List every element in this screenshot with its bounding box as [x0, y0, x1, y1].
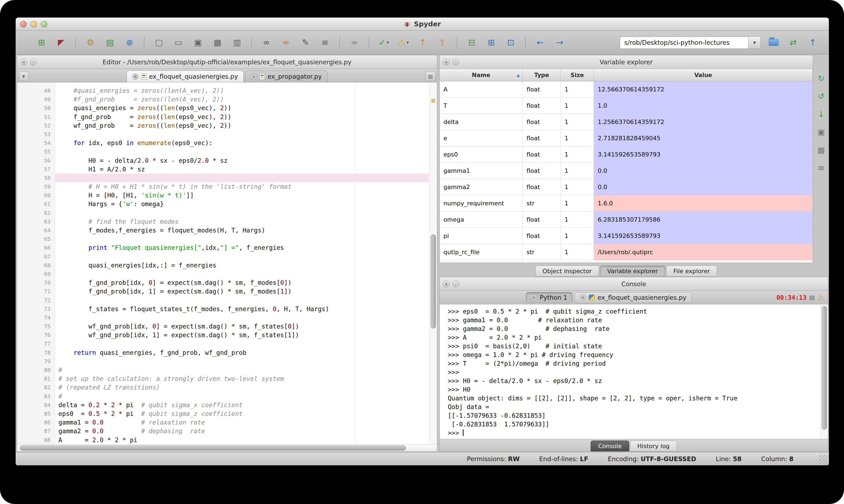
- zoom-window-button[interactable]: [41, 21, 47, 28]
- minimize-window-button[interactable]: [30, 21, 37, 28]
- variable-row-a[interactable]: Afloat112.566370614359172: [440, 82, 813, 98]
- code-line[interactable]: f_gnd_prob[idx, 1] = expect(sm.dag() * s…: [58, 287, 429, 296]
- code-line[interactable]: wf_gnd_prob[idx, 1] = expect(sm.dag() * …: [58, 331, 429, 339]
- column-header-name[interactable]: Name▲: [440, 69, 523, 81]
- browse-tabs-left-icon[interactable]: ▾: [19, 71, 29, 81]
- split-horizontal-button[interactable]: ⊟: [465, 35, 479, 50]
- variable-row-omega[interactable]: omegafloat16.283185307179586: [440, 212, 813, 228]
- variable-row-pi[interactable]: pifloat13.141592653589793: [440, 228, 813, 244]
- editor-hscroll-thumb[interactable]: [20, 445, 406, 451]
- code-line[interactable]: [58, 313, 429, 322]
- variable-row-t[interactable]: Tfloat11.0: [440, 98, 813, 114]
- code-line[interactable]: # find the floquet modes: [58, 217, 429, 226]
- code-line[interactable]: quasi_energies[idx,:] = f_energies: [58, 261, 429, 270]
- undock-pane-icon[interactable]: ◦: [452, 59, 459, 65]
- code-line[interactable]: [58, 270, 429, 278]
- code-line[interactable]: gamma2 = 0.0 # dephasing rate: [58, 427, 429, 435]
- editor-tab-ex-floquet-quasienergies-py[interactable]: ×ex_floquet_quasienergies.py: [126, 71, 244, 82]
- code-line[interactable]: f_states = floquet_states_t(f_modes, f_e…: [58, 305, 429, 313]
- save-button[interactable]: ▣: [191, 35, 205, 50]
- import-data-button[interactable]: ↓: [815, 108, 827, 120]
- quit-button[interactable]: ⊗: [123, 35, 136, 50]
- code-line[interactable]: # set up the calculation: a strongly dri…: [58, 374, 429, 383]
- variable-row-delta[interactable]: deltafloat11.2566370614359172: [440, 114, 813, 130]
- code-line[interactable]: Hargs = {'w': omega}: [58, 200, 429, 208]
- console-vertical-scrollbar[interactable]: [820, 304, 828, 439]
- warning-icon[interactable]: ⚠: [817, 293, 824, 302]
- undock-pane-icon[interactable]: ◦: [30, 59, 37, 65]
- code-line[interactable]: [58, 209, 429, 217]
- working-directory-combo[interactable]: s/rob/Desktop/sci-python-lectures▾: [620, 36, 761, 49]
- editor-vertical-scrollbar[interactable]: ≡: [429, 83, 437, 444]
- browse-tabs-icon[interactable]: ▤: [426, 71, 435, 81]
- previous-warning-button[interactable]: ↑: [416, 35, 430, 50]
- editor-vscroll-thumb[interactable]: [431, 234, 436, 328]
- column-header-size[interactable]: Size: [561, 69, 594, 81]
- code-line[interactable]: f_gnd_prob = zeros((len(eps0_vec), 2)): [58, 112, 429, 121]
- code-line[interactable]: [58, 357, 429, 366]
- tab-close-icon[interactable]: ×: [580, 294, 586, 301]
- column-header-value[interactable]: Value: [594, 69, 813, 81]
- code-line[interactable]: return quasi_energies, f_gnd_prob, wf_gn…: [58, 348, 429, 357]
- options-button[interactable]: ≡: [815, 162, 827, 174]
- code-line[interactable]: H0 = - delta/2.0 * sx - eps0/2.0 * sz: [58, 156, 429, 165]
- editor-horizontal-scrollbar[interactable]: [17, 444, 437, 451]
- code-line[interactable]: # H = H0 + H1 * sin(w * t) in the 'list-…: [58, 182, 429, 191]
- code-line[interactable]: [58, 147, 429, 156]
- close-window-button[interactable]: [20, 21, 27, 28]
- variable-row-e[interactable]: efloat12.718281828459045: [440, 130, 813, 146]
- print-button[interactable]: ▥: [230, 35, 244, 50]
- code-line[interactable]: H = [H0, [H1, 'sin(w * t)']]: [58, 191, 429, 200]
- editor-tab-ex-propagator-py[interactable]: ×ex_propagator.py: [245, 71, 327, 82]
- layout-restore-button[interactable]: ⊞: [35, 35, 48, 50]
- pythonpath-button[interactable]: ▤: [103, 35, 117, 50]
- save-all-button[interactable]: ▦: [211, 35, 224, 50]
- variable-row-gamma1[interactable]: gamma1float10.0: [440, 163, 813, 179]
- preferences-button[interactable]: ⚙: [84, 35, 97, 50]
- code-line[interactable]: delta = 0.2 * 2 * pi # qubit sigma_x coe…: [58, 401, 429, 409]
- replace-button[interactable]: ✎: [299, 35, 312, 50]
- code-line[interactable]: A = 2.0 * 2 * pi: [58, 436, 429, 444]
- parent-directory-button[interactable]: ↑: [806, 35, 820, 50]
- code-line[interactable]: #: [58, 392, 429, 401]
- save-data-as-button[interactable]: ▦: [815, 144, 827, 156]
- refresh-periodic-button[interactable]: ↺: [815, 90, 827, 102]
- warning-marker-icon[interactable]: ≡: [430, 98, 436, 104]
- close-pane-icon[interactable]: ×: [443, 281, 450, 287]
- save-data-button[interactable]: ▣: [815, 126, 827, 138]
- tab-close-icon[interactable]: ×: [132, 73, 138, 80]
- code-line[interactable]: [55, 174, 429, 182]
- code-line[interactable]: wf_gnd_prob[idx, 0] = expect(sm.dag() * …: [58, 322, 429, 331]
- console-vscroll-thumb[interactable]: [822, 306, 827, 430]
- variable-row-eps0[interactable]: eps0float13.141592653589793: [440, 146, 813, 163]
- tab-history-log[interactable]: History log: [630, 440, 677, 451]
- browse-directory-button[interactable]: [767, 35, 780, 50]
- code-line[interactable]: # (repeated LZ transitions): [58, 383, 429, 392]
- find-button[interactable]: ∞: [260, 35, 273, 50]
- combo-dropdown-icon[interactable]: ▾: [748, 37, 761, 49]
- code-line[interactable]: quasi_energies = zeros((len(eps0_vec), 2…: [58, 104, 429, 112]
- code-line[interactable]: [58, 130, 429, 139]
- code-line[interactable]: [58, 252, 429, 261]
- tab-variable-explorer[interactable]: Variable explorer: [600, 266, 665, 276]
- code-line[interactable]: [58, 296, 429, 305]
- code-line[interactable]: [58, 235, 429, 243]
- code-line[interactable]: print "Floquet quasienergies[",idx,"] ="…: [58, 243, 429, 252]
- resize-grip[interactable]: [819, 455, 828, 464]
- tab-close-icon[interactable]: ×: [531, 294, 537, 301]
- console-tab-ex-floquet-quasienergies-py[interactable]: ×ex_floquet_quasienergies.py: [574, 292, 691, 303]
- close-pane-icon[interactable]: ×: [443, 59, 450, 65]
- variable-row-qutip-rc-file[interactable]: qutip_rc_filestr1/Users/rob/.qutiprc: [440, 244, 813, 260]
- maximize-pane-button[interactable]: ◤: [54, 35, 68, 50]
- console-output[interactable]: >>> eps0 = 0.5 * 2 * pi # qubit sigma_z …: [440, 304, 820, 439]
- navigate-forward-button[interactable]: →: [553, 35, 567, 50]
- code-line[interactable]: eps0 = 0.5 * 2 * pi # qubit sigma_z coef…: [58, 409, 429, 418]
- column-header-type[interactable]: Type: [523, 69, 561, 81]
- goto-line-button[interactable]: ≡: [318, 35, 332, 50]
- detach-pane-button[interactable]: ⊡: [504, 35, 518, 50]
- code-line[interactable]: f_gnd_prob[idx, 0] = expect(sm.dag() * s…: [58, 278, 429, 287]
- new-file-button[interactable]: ▢: [152, 35, 166, 50]
- set-console-directory-button[interactable]: ⇄: [787, 35, 800, 50]
- variable-row-numpy-requirement[interactable]: numpy_requirementstr11.6.0: [440, 195, 813, 212]
- titlebar[interactable]: Spyder: [16, 18, 829, 31]
